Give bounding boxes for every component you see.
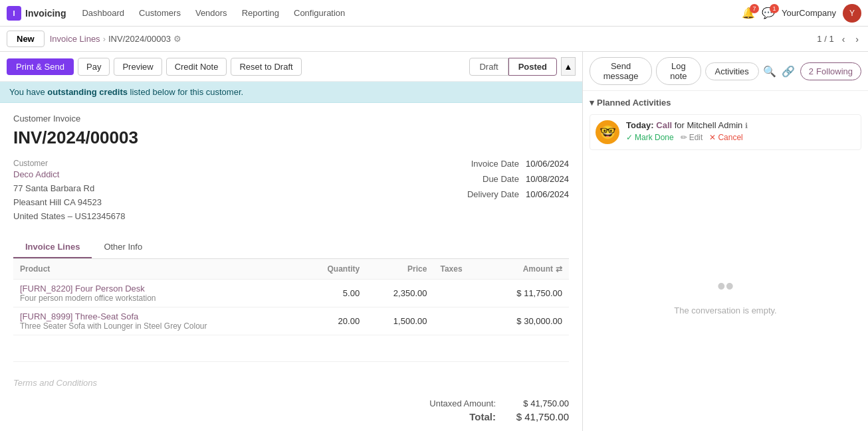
status-posted-button[interactable]: Posted	[508, 58, 557, 76]
right-panel: Send message Log note Activities 🔍 🔗 2 F…	[582, 52, 868, 431]
activity-title: Today: Call for Mitchell Admin ℹ	[626, 120, 855, 130]
empty-conversation-icon: ••	[717, 272, 734, 300]
tabs: Invoice Lines Other Info	[13, 236, 569, 259]
nav-configuration[interactable]: Configuration	[288, 5, 350, 21]
scroll-up-button[interactable]: ▲	[561, 57, 576, 76]
amount-settings-icon[interactable]: ⇄	[556, 264, 562, 274]
quantity-cell-1[interactable]: 5.00	[301, 280, 367, 307]
terms-section: Terms and Conditions	[0, 373, 582, 393]
due-date-label: Due Date	[446, 174, 519, 184]
pay-button[interactable]: Pay	[78, 58, 110, 76]
breadcrumb-link[interactable]: Invoice Lines	[50, 34, 100, 44]
log-note-button[interactable]: Log note	[656, 57, 701, 85]
invoice-date-value[interactable]: 10/06/2024	[526, 159, 569, 169]
search-chatter-icon[interactable]: 🔍	[763, 65, 776, 78]
quantity-cell-2[interactable]: 20.00	[301, 307, 367, 335]
product-cell-2: [FURN_8999] Three-Seat Sofa Three Seater…	[13, 307, 301, 335]
chatter-actions: Send message Log note Activities 🔍 🔗 2 F…	[583, 52, 868, 91]
app-logo: I	[7, 6, 21, 21]
following-button[interactable]: 2 Following	[800, 62, 861, 80]
customer-address: 77 Santa Barbara Rd Pleasant Hill CA 945…	[13, 182, 125, 223]
product-link-2[interactable]: [FURN_8999] Three-Seat Sofa	[20, 311, 294, 321]
product-link-1[interactable]: [FURN_8220] Four Person Desk	[20, 284, 294, 294]
credit-note-button[interactable]: Credit Note	[166, 58, 227, 76]
col-price: Price	[366, 259, 433, 280]
amount-cell-2: $ 30,000.00	[485, 307, 569, 335]
activities-title: Planned Activities	[597, 98, 671, 108]
delivery-date-label: Delivery Date	[446, 189, 519, 199]
delivery-date-value[interactable]: 10/06/2024	[526, 189, 569, 199]
price-cell-2[interactable]: 1,500.00	[366, 307, 433, 335]
prev-record-button[interactable]: ‹	[839, 33, 848, 46]
untaxed-amount-row: Untaxed Amount: $ 41,750.00	[403, 398, 569, 408]
col-quantity: Quantity	[301, 259, 367, 280]
preview-button[interactable]: Preview	[114, 58, 162, 76]
send-message-button[interactable]: Send message	[590, 57, 652, 85]
tab-invoice-lines[interactable]: Invoice Lines	[13, 236, 92, 258]
activity-actions: ✓ Mark Done ✏ Edit ✕ Cancel	[626, 133, 855, 142]
alert-banner: You have outstanding credits listed belo…	[0, 82, 582, 103]
nav-dashboard[interactable]: Dashboard	[76, 5, 130, 21]
action-bar: Print & Send Pay Preview Credit Note Res…	[0, 52, 582, 82]
left-panel: Print & Send Pay Preview Credit Note Res…	[0, 52, 582, 431]
invoice-date-row: Invoice Date 10/06/2024	[446, 159, 569, 169]
edit-button[interactable]: ✏ Edit	[681, 133, 703, 142]
main-layout: Print & Send Pay Preview Credit Note Res…	[0, 52, 868, 431]
nav-reporting[interactable]: Reporting	[237, 5, 284, 21]
today-label: Today:	[626, 120, 654, 130]
activities-section: ▾ Planned Activities 🤓 Today: Call for M…	[583, 91, 868, 157]
address-line2: Pleasant Hill CA 94523	[13, 196, 125, 210]
mark-done-button[interactable]: ✓ Mark Done	[626, 133, 674, 142]
due-date-row: Due Date 10/08/2024	[446, 174, 569, 184]
invoice-type-label: Customer Invoice	[13, 114, 569, 124]
activities-header: ▾ Planned Activities	[590, 98, 861, 108]
pagination-label: 1 / 1	[817, 34, 833, 44]
link-icon[interactable]: 🔗	[782, 65, 795, 78]
top-nav: I Invoicing Dashboard Customers Vendors …	[0, 0, 868, 27]
activities-button[interactable]: Activities	[705, 62, 759, 80]
edit-pencil-icon: ✏	[681, 133, 687, 142]
dates-section: Invoice Date 10/06/2024 Due Date 10/08/2…	[446, 159, 569, 223]
total-value: $ 41,750.00	[509, 411, 569, 422]
cancel-button[interactable]: ✕ Cancel	[709, 133, 742, 142]
totals-section: Untaxed Amount: $ 41,750.00 Total: $ 41,…	[0, 393, 582, 428]
conversation-empty: •• The conversation is empty.	[583, 157, 868, 431]
print-send-button[interactable]: Print & Send	[7, 58, 74, 75]
product-desc-2: Three Seater Sofa with Lounger in Steel …	[20, 321, 294, 331]
activity-info-icon[interactable]: ℹ	[745, 122, 748, 129]
notification-chat-button[interactable]: 💬 1	[762, 7, 775, 19]
status-draft-button[interactable]: Draft	[469, 58, 508, 76]
breadcrumb-separator: ›	[103, 34, 106, 44]
address-line3: United States – US12345678	[13, 210, 125, 224]
chatter-right: 🔍 🔗 2 Following	[763, 62, 861, 80]
total-label: Total:	[403, 411, 496, 422]
new-button[interactable]: New	[7, 31, 45, 47]
customer-section: Customer Deco Addict 77 Santa Barbara Rd…	[13, 159, 569, 223]
breadcrumb: Invoice Lines › INV/2024/00003 ⚙	[50, 34, 181, 44]
reset-to-draft-button[interactable]: Reset to Draft	[231, 58, 301, 76]
sub-nav: New Invoice Lines › INV/2024/00003 ⚙ 1 /…	[0, 27, 868, 52]
app-name[interactable]: Invoicing	[25, 8, 66, 19]
col-amount: Amount ⇄	[485, 259, 569, 280]
settings-gear-icon[interactable]: ⚙	[173, 34, 181, 44]
col-taxes: Taxes	[433, 259, 484, 280]
collapse-icon[interactable]: ▾	[590, 98, 594, 108]
terms-placeholder[interactable]: Terms and Conditions	[13, 378, 97, 388]
company-name: YourCompany	[782, 8, 836, 18]
product-cell-1: [FURN_8220] Four Person Desk Four person…	[13, 280, 301, 307]
tab-other-info[interactable]: Other Info	[92, 236, 154, 258]
price-cell-1[interactable]: 2,350.00	[366, 280, 433, 307]
due-date-value[interactable]: 10/08/2024	[526, 174, 569, 184]
alert-highlight: outstanding credits	[47, 87, 128, 97]
taxes-cell-2	[433, 307, 484, 335]
customer-name[interactable]: Deco Addict	[13, 169, 125, 179]
user-avatar[interactable]: Y	[843, 4, 861, 23]
nav-vendors[interactable]: Vendors	[190, 5, 233, 21]
call-label: Call	[656, 120, 672, 130]
notification-bell-button[interactable]: 🔔 7	[742, 7, 755, 19]
invoice-date-label: Invoice Date	[446, 159, 519, 169]
nav-customers[interactable]: Customers	[134, 5, 186, 21]
table-row: [FURN_8220] Four Person Desk Four person…	[13, 280, 569, 307]
next-record-button[interactable]: ›	[853, 33, 861, 46]
customer-field-label: Customer	[13, 159, 125, 168]
